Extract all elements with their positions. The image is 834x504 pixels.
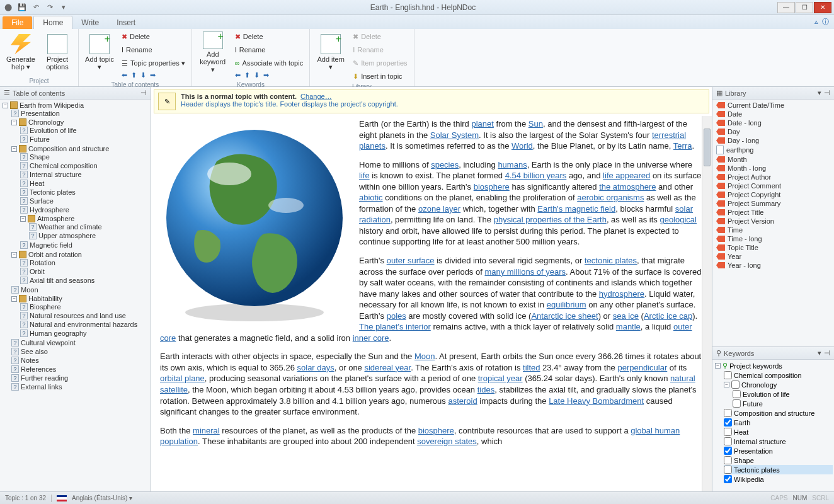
link-tides[interactable]: tides xyxy=(477,385,494,394)
collapse-icon[interactable]: − xyxy=(11,120,17,125)
library-item[interactable]: Day xyxy=(714,127,833,136)
link-outer-surface[interactable]: outer surface xyxy=(387,256,435,265)
kw-rename-button[interactable]: IRename xyxy=(232,43,306,56)
link-lhb[interactable]: Late Heavy Bombardment xyxy=(549,396,644,406)
link-sovereign[interactable]: sovereign states xyxy=(417,437,477,446)
tree-item[interactable]: References xyxy=(21,365,56,373)
status-language[interactable]: Anglais (États-Unis) ▾ xyxy=(72,495,132,501)
link-mantle[interactable]: mantle xyxy=(616,322,641,331)
tab-home[interactable]: Home xyxy=(33,16,72,29)
link-asteroid[interactable]: asteroid xyxy=(448,396,477,406)
collapse-icon[interactable]: − xyxy=(20,216,26,222)
tree-item[interactable]: Heat xyxy=(30,180,44,187)
kw-item[interactable]: Wikipedia xyxy=(734,476,764,483)
tree-item[interactable]: Natural and environmental hazards xyxy=(30,321,137,328)
link-biosphere2[interactable]: biosphere xyxy=(418,426,454,435)
link-atmosphere[interactable]: the atmosphere xyxy=(599,182,656,192)
topic-properties-button[interactable]: ☰Topic properties ▾ xyxy=(119,57,188,69)
qat-dropdown-icon[interactable]: ▾ xyxy=(58,2,69,13)
toc-delete-button[interactable]: ✖Delete xyxy=(119,30,188,43)
link-terra[interactable]: Terra xyxy=(673,141,692,151)
tree-item[interactable]: Further reading xyxy=(21,374,68,382)
kw-item[interactable]: Internal structure xyxy=(734,438,786,445)
link-moon[interactable]: Moon xyxy=(414,352,435,361)
kw-checkbox[interactable] xyxy=(724,371,732,379)
project-options-button[interactable]: Project options xyxy=(40,30,74,74)
library-item[interactable]: Month xyxy=(714,155,833,164)
tree-item[interactable]: Earth from Wikipedia xyxy=(20,101,84,109)
tree-item[interactable]: Natural resources and land use xyxy=(30,312,126,319)
kw-checkbox[interactable] xyxy=(724,428,732,436)
library-item[interactable]: Project Author xyxy=(714,173,833,181)
kw-item[interactable]: Presentation xyxy=(734,447,773,455)
arrow-up-icon[interactable]: ⬆ xyxy=(244,71,250,79)
tree-item[interactable]: Weather and climate xyxy=(38,223,102,231)
lib-properties-button[interactable]: ✎Item properties xyxy=(350,57,409,69)
tab-insert[interactable]: Insert xyxy=(108,16,144,29)
pin-icon[interactable]: ⊣ xyxy=(824,349,830,357)
close-button[interactable]: ✕ xyxy=(814,2,831,13)
tree-item[interactable]: Rotation xyxy=(30,259,55,266)
tree-item[interactable]: Surface xyxy=(30,197,54,205)
tree-item[interactable]: Upper atmosphere xyxy=(38,232,96,239)
link-tropical-year[interactable]: tropical year xyxy=(478,374,523,383)
link-million-years[interactable]: many millions of years xyxy=(484,267,566,277)
link-mineral[interactable]: mineral xyxy=(193,426,220,435)
link-life-appeared[interactable]: life appeared xyxy=(603,171,650,180)
tree-item[interactable]: Orbit xyxy=(30,268,45,275)
tree-item[interactable]: Hydrosphere xyxy=(30,206,69,214)
tree-item[interactable]: Composition and structure xyxy=(28,145,109,152)
library-item[interactable]: Current Date/Time xyxy=(714,101,833,110)
tree-item[interactable]: Notes xyxy=(21,357,39,364)
tree-item[interactable]: Human geography xyxy=(30,329,87,337)
link-equilibrium[interactable]: equilibrium xyxy=(547,300,586,309)
library-item[interactable]: Day - long xyxy=(714,136,833,145)
link-planet[interactable]: planet xyxy=(471,119,493,129)
library-item[interactable]: Month - long xyxy=(714,164,833,173)
library-item[interactable]: Project Version xyxy=(714,217,833,226)
link-ozone[interactable]: ozone layer xyxy=(418,204,460,214)
library-item[interactable]: earthpng xyxy=(714,145,833,155)
library-item[interactable]: Project Summary xyxy=(714,199,833,208)
kw-checkbox[interactable] xyxy=(724,475,732,483)
link-aerobic[interactable]: aerobic organisms xyxy=(577,193,644,202)
link-sidereal[interactable]: sidereal year xyxy=(364,363,411,372)
topic-content[interactable]: Earth (or the Earth) is the third planet… xyxy=(151,116,712,491)
link-orbital-plane[interactable]: orbital plane xyxy=(160,374,205,383)
link-biosphere[interactable]: biosphere xyxy=(474,182,510,192)
collapse-icon[interactable]: − xyxy=(11,252,17,258)
panel-menu-icon[interactable]: ▾ xyxy=(818,89,821,97)
panel-menu-icon[interactable]: ▾ xyxy=(818,349,821,357)
tree-item[interactable]: Internal structure xyxy=(30,171,82,178)
link-antarctic[interactable]: Antarctic ice sheet xyxy=(531,311,598,321)
kw-checkbox[interactable] xyxy=(733,390,741,398)
link-perpendicular[interactable]: perpendicular xyxy=(617,363,667,372)
link-species[interactable]: species xyxy=(431,160,459,169)
link-hydrosphere[interactable]: hydrosphere xyxy=(599,289,644,299)
tree-item[interactable]: Habitability xyxy=(28,295,62,302)
kw-item[interactable]: Composition and structure xyxy=(734,410,814,417)
link-interior[interactable]: The planet's interior xyxy=(359,322,431,331)
link-tectonic[interactable]: tectonic plates xyxy=(585,256,637,265)
collapse-icon[interactable]: − xyxy=(724,382,729,387)
link-world[interactable]: World xyxy=(511,141,533,151)
kw-item[interactable]: Project keywords xyxy=(729,362,782,370)
kw-item[interactable]: Chemical composition xyxy=(734,372,802,379)
tree-item[interactable]: Orbit and rotation xyxy=(28,251,82,258)
link-abiotic[interactable]: abiotic xyxy=(359,193,383,202)
vertical-scrollbar[interactable] xyxy=(702,116,712,491)
link-tilted[interactable]: tilted xyxy=(523,363,540,372)
tree-item[interactable]: Tectonic plates xyxy=(30,188,76,196)
tree-item[interactable]: Magnetic field xyxy=(30,241,72,249)
qat-save-icon[interactable]: 💾 xyxy=(16,2,28,13)
minimize-button[interactable]: — xyxy=(777,2,795,13)
kw-checkbox[interactable] xyxy=(724,447,732,455)
arrow-down-icon[interactable]: ⬇ xyxy=(254,71,260,79)
arrow-left-icon[interactable]: ⬅ xyxy=(122,71,127,79)
link-billion-years[interactable]: 4.54 billion years xyxy=(505,171,567,180)
help-icon[interactable]: ⓘ xyxy=(822,17,829,26)
arrow-right-icon[interactable]: ➡ xyxy=(263,71,269,79)
library-item[interactable]: Time - long xyxy=(714,234,833,243)
tree-item[interactable]: Shape xyxy=(30,153,50,161)
arrow-left-icon[interactable]: ⬅ xyxy=(235,71,241,79)
